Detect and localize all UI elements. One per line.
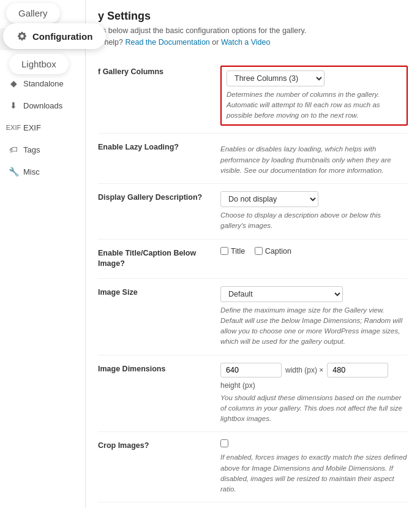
caption-checkbox-label[interactable]: Caption bbox=[255, 247, 291, 256]
sidebar-item-label: Standalone bbox=[23, 79, 64, 88]
misc-icon: 🔧 bbox=[9, 167, 18, 176]
sidebar-item-label: Tags bbox=[23, 145, 40, 154]
image-width-input[interactable]: 640 bbox=[220, 363, 282, 377]
video-link[interactable]: Watch a Video bbox=[221, 38, 271, 47]
sidebar: ◈ Gallery ⚙ Configuration ◱ Lightbox ◆ S… bbox=[0, 0, 86, 508]
doc-link[interactable]: Read the Documentation bbox=[126, 38, 210, 47]
height-label: height (px) bbox=[220, 381, 255, 390]
crop-images-checkbox[interactable] bbox=[220, 439, 228, 447]
settings-table: f Gallery Columns Three Columns (3) One … bbox=[98, 58, 408, 509]
crop-images-checkbox-label[interactable] bbox=[220, 439, 231, 447]
crop-images-row: Crop Images? If enabled, forces images t… bbox=[98, 432, 408, 502]
lazy-loading-row: Enable Lazy Loading? Enables or disables… bbox=[98, 134, 408, 184]
sidebar-item-configuration[interactable]: ⚙ Configuration bbox=[0, 28, 85, 50]
image-size-select[interactable]: Default Large Medium Thumbnail Random bbox=[220, 286, 343, 302]
caption-checkbox[interactable] bbox=[255, 247, 263, 255]
sidebar-item-lightbox[interactable]: ◱ Lightbox bbox=[0, 50, 85, 72]
crop-images-control: If enabled, forces images to exactly mat… bbox=[220, 432, 408, 502]
gallery-columns-control: Three Columns (3) One Column (1) Two Col… bbox=[220, 58, 408, 134]
page-title: y Settings bbox=[98, 10, 408, 23]
image-size-label: Image Size bbox=[98, 278, 220, 355]
gallery-icon: ◈ bbox=[9, 12, 18, 22]
image-size-row: Image Size Default Large Medium Thumbnai… bbox=[98, 278, 408, 355]
gallery-columns-select[interactable]: Three Columns (3) One Column (1) Two Col… bbox=[227, 70, 324, 86]
sidebar-item-label: Gallery bbox=[23, 13, 48, 22]
sidebar-item-label: EXIF bbox=[23, 123, 41, 132]
lazy-loading-control: Enables or disables lazy loading, which … bbox=[220, 134, 408, 184]
sidebar-item-label: Misc bbox=[23, 167, 40, 176]
gallery-columns-label: f Gallery Columns bbox=[98, 58, 220, 134]
gallery-description-help: Choose to display a description above or… bbox=[220, 210, 408, 232]
sidebar-item-label: Lightbox bbox=[23, 57, 53, 66]
gallery-description-label: Display Gallery Description? bbox=[98, 184, 220, 240]
image-size-control: Default Large Medium Thumbnail Random De… bbox=[220, 278, 408, 355]
image-dimensions-label: Image Dimensions bbox=[98, 355, 220, 432]
sidebar-item-downloads[interactable]: ⬇ Downloads bbox=[0, 94, 85, 116]
exif-icon: EXIF bbox=[9, 123, 18, 132]
image-height-input[interactable]: 480 bbox=[327, 363, 388, 377]
image-dimensions-control: 640 width (px) × 480 height (px) You sho… bbox=[220, 355, 408, 432]
crop-images-help: If enabled, forces images to exactly mat… bbox=[220, 452, 408, 495]
sidebar-item-label: Downloads bbox=[23, 101, 62, 110]
image-dimensions-row: Image Dimensions 640 width (px) × 480 he… bbox=[98, 355, 408, 432]
page-description: gs below adjust the basic configuration … bbox=[98, 25, 408, 48]
width-label: width (px) × bbox=[285, 366, 323, 374]
crop-images-label: Crop Images? bbox=[98, 432, 220, 502]
sidebar-item-standalone[interactable]: ◆ Standalone bbox=[0, 72, 85, 94]
crop-position-row: Crop Position Center Top Left Top Center… bbox=[98, 502, 408, 508]
title-caption-label: Enable Title/Caption Below Image? bbox=[98, 239, 220, 278]
sidebar-item-misc[interactable]: 🔧 Misc bbox=[0, 161, 85, 183]
gallery-description-select[interactable]: Do not display Above images Below images bbox=[220, 191, 318, 207]
sidebar-item-exif[interactable]: EXIF EXIF bbox=[0, 116, 85, 138]
lightbox-icon: ◱ bbox=[9, 56, 18, 66]
crop-position-label: Crop Position bbox=[98, 502, 220, 508]
title-caption-row: Enable Title/Caption Below Image? Title … bbox=[98, 239, 408, 278]
main-content: y Settings gs below adjust the basic con… bbox=[86, 0, 420, 508]
gallery-description-row: Display Gallery Description? Do not disp… bbox=[98, 184, 408, 240]
title-checkbox[interactable] bbox=[220, 247, 228, 255]
standalone-icon: ◆ bbox=[9, 78, 18, 88]
sidebar-item-tags[interactable]: 🏷 Tags bbox=[0, 138, 85, 161]
gear-icon: ⚙ bbox=[9, 34, 18, 44]
tags-icon: 🏷 bbox=[9, 145, 18, 154]
image-size-help: Define the maximum image size for the Ga… bbox=[220, 305, 408, 347]
gallery-description-control: Do not display Above images Below images… bbox=[220, 184, 408, 240]
sidebar-item-gallery[interactable]: ◈ Gallery bbox=[0, 6, 85, 28]
crop-position-control: Center Top Left Top Center Top Right Bot… bbox=[220, 502, 408, 508]
image-dimensions-help: You should adjust these dimensions based… bbox=[220, 393, 408, 425]
sidebar-item-label: Configuration bbox=[23, 35, 70, 44]
lazy-loading-label: Enable Lazy Loading? bbox=[98, 134, 220, 184]
gallery-columns-help: Determines the number of columns in the … bbox=[227, 89, 402, 121]
title-checkbox-label[interactable]: Title bbox=[220, 247, 245, 256]
title-caption-control: Title Caption bbox=[220, 239, 408, 278]
gallery-columns-row: f Gallery Columns Three Columns (3) One … bbox=[98, 58, 408, 134]
lazy-loading-help: Enables or disables lazy loading, which … bbox=[220, 144, 408, 176]
downloads-icon: ⬇ bbox=[9, 100, 18, 110]
